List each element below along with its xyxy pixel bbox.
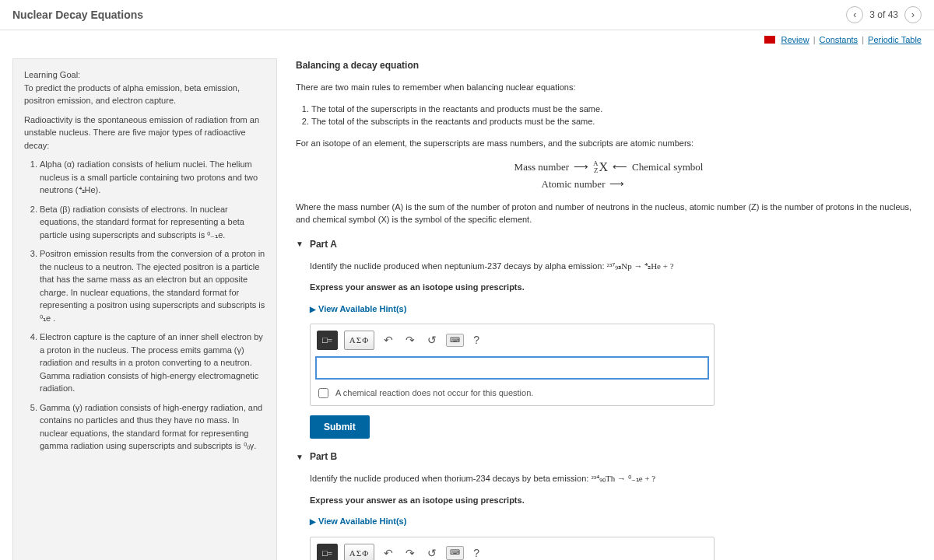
list-item: Beta (β) radiation consists of electrons… [40, 203, 265, 242]
greek-button[interactable]: ΑΣΦ [344, 544, 374, 560]
caret-down-icon: ▼ [296, 238, 304, 250]
lg-label: Learning Goal: [24, 70, 80, 79]
notation-diagram: Mass number ⟶ AZX ⟵ Chemical symbol Atom… [296, 158, 922, 192]
redo-icon[interactable]: ↷ [402, 544, 418, 561]
greek-button[interactable]: ΑΣΦ [344, 331, 374, 350]
pager-text: 3 of 43 [869, 9, 898, 20]
caret-down-icon: ▼ [296, 451, 304, 463]
main-content: Balancing a decay equation There are two… [296, 58, 922, 560]
reset-icon[interactable]: ↺ [424, 331, 440, 350]
rule-item: The total of the superscripts in the rea… [311, 103, 922, 116]
express-a: Express your answer as an isotope using … [310, 282, 525, 292]
constants-link[interactable]: Constants [820, 35, 859, 44]
answer-toolbar-b: □= ΑΣΦ ↶ ↷ ↺ ⌨ ? [315, 542, 709, 561]
learning-goal-panel: Learning Goal: To predict the products o… [12, 58, 277, 560]
redo-icon[interactable]: ↷ [402, 331, 418, 350]
part-a-body: Identify the nuclide produced when neptu… [296, 260, 922, 439]
flag-icon [764, 36, 775, 44]
part-b-question: Identify the nuclide produced when thori… [310, 474, 588, 483]
isotope-line: For an isotope of an element, the supers… [296, 137, 922, 150]
express-b: Express your answer as an isotope using … [310, 495, 525, 505]
no-reaction-label: A chemical reaction does not occur for t… [335, 387, 533, 400]
part-b-label: Part B [310, 450, 337, 464]
chem-label: Chemical symbol [632, 159, 703, 175]
rule-item: The total of the subscripts in the react… [311, 115, 922, 128]
next-button[interactable]: › [904, 6, 922, 23]
templates-button[interactable]: □= [317, 331, 338, 350]
answer-box-a: □= ΑΣΦ ↶ ↷ ↺ ⌨ ? A chemical reaction doe… [310, 324, 715, 406]
keyboard-icon[interactable]: ⌨ [446, 334, 464, 348]
page-title: Nuclear Decay Equations [12, 9, 143, 21]
page-header: Nuclear Decay Equations ‹ 3 of 43 › [0, 0, 934, 30]
reset-icon[interactable]: ↺ [424, 544, 440, 561]
help-icon[interactable]: ? [470, 331, 483, 350]
part-a-label: Part A [310, 237, 337, 251]
undo-icon[interactable]: ↶ [381, 331, 396, 350]
list-item: Alpha (α) radiation consists of helium n… [40, 158, 265, 197]
answer-box-b: □= ΑΣΦ ↶ ↷ ↺ ⌨ ? [310, 537, 715, 561]
part-b-body: Identify the nuclide produced when thori… [296, 472, 922, 560]
hints-link-a[interactable]: ▶ View Available Hint(s) [310, 303, 915, 316]
templates-button[interactable]: □= [317, 544, 338, 560]
part-a-equation: ²³⁷₉₃Np → ⁴₂He + ? [607, 261, 674, 271]
submit-button-a[interactable]: Submit [310, 415, 370, 439]
review-link[interactable]: Review [781, 35, 809, 44]
hints-link-b[interactable]: ▶ View Available Hint(s) [310, 515, 915, 528]
no-reaction-checkbox[interactable] [318, 388, 328, 398]
part-a-question: Identify the nuclide produced when neptu… [310, 261, 605, 271]
mass-label: Mass number [514, 159, 569, 175]
atomic-label: Atomic number [542, 177, 606, 192]
rules-list: The total of the superscripts in the rea… [311, 103, 922, 128]
part-a-header[interactable]: ▼ Part A [296, 237, 922, 251]
part-b-equation: ²³⁴₉₀Th → ⁰₋₁e + ? [591, 474, 655, 483]
where-text: Where the mass number (A) is the sum of … [296, 201, 922, 226]
pager: ‹ 3 of 43 › [846, 6, 922, 23]
answer-toolbar-a: □= ΑΣΦ ↶ ↷ ↺ ⌨ ? [315, 329, 709, 352]
link-bar: Review | Constants | Periodic Table [0, 30, 934, 49]
periodic-table-link[interactable]: Periodic Table [868, 35, 922, 44]
help-icon[interactable]: ? [470, 544, 483, 561]
hints-text: View Available Hint(s) [318, 304, 406, 313]
list-item: Electron capture is the capture of an in… [40, 331, 265, 395]
lg-text: To predict the products of alpha emissio… [24, 83, 240, 106]
part-b-header[interactable]: ▼ Part B [296, 450, 922, 464]
decay-type-list: Alpha (α) radiation consists of helium n… [24, 158, 265, 453]
intro-text: Radioactivity is the spontaneous emissio… [24, 114, 265, 152]
list-item: Positron emission results from the conve… [40, 247, 265, 324]
answer-input-a[interactable] [315, 356, 709, 380]
list-item: Gamma (γ) radiation consists of high-ene… [40, 401, 265, 453]
balancing-title: Balancing a decay equation [296, 58, 922, 72]
hints-text: View Available Hint(s) [318, 516, 406, 526]
undo-icon[interactable]: ↶ [381, 544, 396, 561]
balancing-intro: There are two main rules to remember whe… [296, 81, 922, 94]
keyboard-icon[interactable]: ⌨ [446, 546, 464, 560]
prev-button[interactable]: ‹ [846, 6, 863, 23]
